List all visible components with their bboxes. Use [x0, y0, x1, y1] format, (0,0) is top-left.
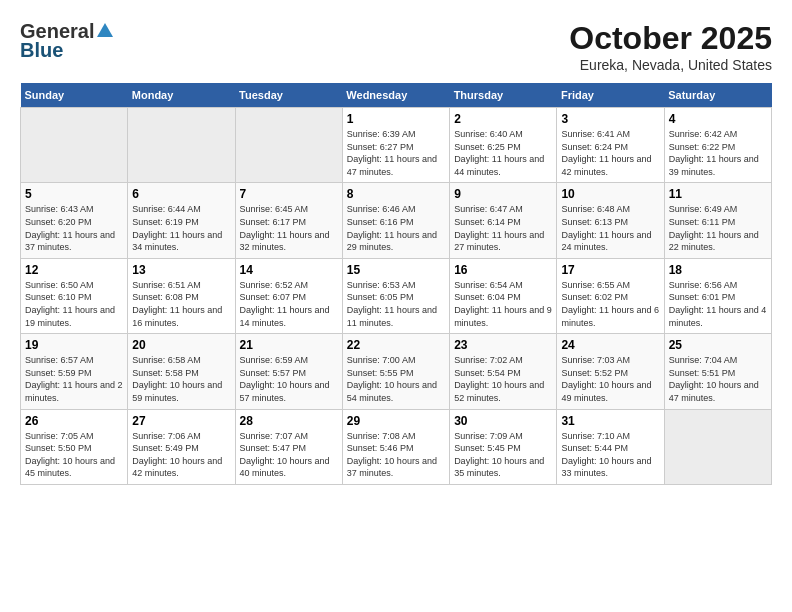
day-cell: 9Sunrise: 6:47 AMSunset: 6:14 PMDaylight…: [450, 183, 557, 258]
day-cell: 22Sunrise: 7:00 AMSunset: 5:55 PMDayligh…: [342, 334, 449, 409]
day-number: 7: [240, 187, 338, 201]
day-info: Sunrise: 6:55 AMSunset: 6:02 PMDaylight:…: [561, 279, 659, 329]
day-cell: 17Sunrise: 6:55 AMSunset: 6:02 PMDayligh…: [557, 258, 664, 333]
day-info: Sunrise: 6:52 AMSunset: 6:07 PMDaylight:…: [240, 279, 338, 329]
day-number: 17: [561, 263, 659, 277]
day-info: Sunrise: 7:03 AMSunset: 5:52 PMDaylight:…: [561, 354, 659, 404]
day-info: Sunrise: 6:49 AMSunset: 6:11 PMDaylight:…: [669, 203, 767, 253]
calendar-header-row: SundayMondayTuesdayWednesdayThursdayFrid…: [21, 83, 772, 108]
header-friday: Friday: [557, 83, 664, 108]
month-title: October 2025: [569, 20, 772, 57]
day-cell: 1Sunrise: 6:39 AMSunset: 6:27 PMDaylight…: [342, 108, 449, 183]
day-info: Sunrise: 7:10 AMSunset: 5:44 PMDaylight:…: [561, 430, 659, 480]
day-info: Sunrise: 6:44 AMSunset: 6:19 PMDaylight:…: [132, 203, 230, 253]
day-cell: 6Sunrise: 6:44 AMSunset: 6:19 PMDaylight…: [128, 183, 235, 258]
day-info: Sunrise: 7:04 AMSunset: 5:51 PMDaylight:…: [669, 354, 767, 404]
day-cell: 11Sunrise: 6:49 AMSunset: 6:11 PMDayligh…: [664, 183, 771, 258]
day-number: 6: [132, 187, 230, 201]
day-info: Sunrise: 6:46 AMSunset: 6:16 PMDaylight:…: [347, 203, 445, 253]
day-cell: 18Sunrise: 6:56 AMSunset: 6:01 PMDayligh…: [664, 258, 771, 333]
day-cell: 30Sunrise: 7:09 AMSunset: 5:45 PMDayligh…: [450, 409, 557, 484]
day-info: Sunrise: 7:09 AMSunset: 5:45 PMDaylight:…: [454, 430, 552, 480]
day-number: 13: [132, 263, 230, 277]
logo-triangle-icon: [97, 23, 113, 41]
day-cell: 25Sunrise: 7:04 AMSunset: 5:51 PMDayligh…: [664, 334, 771, 409]
day-number: 24: [561, 338, 659, 352]
day-info: Sunrise: 6:50 AMSunset: 6:10 PMDaylight:…: [25, 279, 123, 329]
week-row-2: 5Sunrise: 6:43 AMSunset: 6:20 PMDaylight…: [21, 183, 772, 258]
day-number: 11: [669, 187, 767, 201]
day-cell: 7Sunrise: 6:45 AMSunset: 6:17 PMDaylight…: [235, 183, 342, 258]
day-cell: [21, 108, 128, 183]
header-monday: Monday: [128, 83, 235, 108]
day-cell: 15Sunrise: 6:53 AMSunset: 6:05 PMDayligh…: [342, 258, 449, 333]
day-info: Sunrise: 6:54 AMSunset: 6:04 PMDaylight:…: [454, 279, 552, 329]
day-cell: 14Sunrise: 6:52 AMSunset: 6:07 PMDayligh…: [235, 258, 342, 333]
calendar-table: SundayMondayTuesdayWednesdayThursdayFrid…: [20, 83, 772, 485]
header-sunday: Sunday: [21, 83, 128, 108]
svg-marker-0: [97, 23, 113, 37]
day-info: Sunrise: 7:05 AMSunset: 5:50 PMDaylight:…: [25, 430, 123, 480]
day-cell: 3Sunrise: 6:41 AMSunset: 6:24 PMDaylight…: [557, 108, 664, 183]
title-section: October 2025 Eureka, Nevada, United Stat…: [569, 20, 772, 73]
day-number: 8: [347, 187, 445, 201]
day-number: 4: [669, 112, 767, 126]
day-info: Sunrise: 6:59 AMSunset: 5:57 PMDaylight:…: [240, 354, 338, 404]
day-info: Sunrise: 6:39 AMSunset: 6:27 PMDaylight:…: [347, 128, 445, 178]
day-number: 28: [240, 414, 338, 428]
day-number: 27: [132, 414, 230, 428]
day-info: Sunrise: 6:48 AMSunset: 6:13 PMDaylight:…: [561, 203, 659, 253]
day-info: Sunrise: 7:07 AMSunset: 5:47 PMDaylight:…: [240, 430, 338, 480]
day-cell: [664, 409, 771, 484]
day-number: 20: [132, 338, 230, 352]
location: Eureka, Nevada, United States: [569, 57, 772, 73]
day-number: 18: [669, 263, 767, 277]
day-info: Sunrise: 6:47 AMSunset: 6:14 PMDaylight:…: [454, 203, 552, 253]
day-number: 23: [454, 338, 552, 352]
day-number: 30: [454, 414, 552, 428]
logo-blue: Blue: [20, 39, 63, 62]
week-row-3: 12Sunrise: 6:50 AMSunset: 6:10 PMDayligh…: [21, 258, 772, 333]
week-row-4: 19Sunrise: 6:57 AMSunset: 5:59 PMDayligh…: [21, 334, 772, 409]
day-number: 29: [347, 414, 445, 428]
header-wednesday: Wednesday: [342, 83, 449, 108]
day-number: 5: [25, 187, 123, 201]
day-number: 12: [25, 263, 123, 277]
day-number: 15: [347, 263, 445, 277]
day-cell: 10Sunrise: 6:48 AMSunset: 6:13 PMDayligh…: [557, 183, 664, 258]
day-cell: 28Sunrise: 7:07 AMSunset: 5:47 PMDayligh…: [235, 409, 342, 484]
day-number: 10: [561, 187, 659, 201]
day-number: 31: [561, 414, 659, 428]
week-row-1: 1Sunrise: 6:39 AMSunset: 6:27 PMDaylight…: [21, 108, 772, 183]
day-cell: 27Sunrise: 7:06 AMSunset: 5:49 PMDayligh…: [128, 409, 235, 484]
day-info: Sunrise: 6:42 AMSunset: 6:22 PMDaylight:…: [669, 128, 767, 178]
day-cell: 21Sunrise: 6:59 AMSunset: 5:57 PMDayligh…: [235, 334, 342, 409]
day-cell: 16Sunrise: 6:54 AMSunset: 6:04 PMDayligh…: [450, 258, 557, 333]
page-header: General Blue October 2025 Eureka, Nevada…: [20, 20, 772, 73]
day-cell: 31Sunrise: 7:10 AMSunset: 5:44 PMDayligh…: [557, 409, 664, 484]
day-number: 19: [25, 338, 123, 352]
day-cell: 4Sunrise: 6:42 AMSunset: 6:22 PMDaylight…: [664, 108, 771, 183]
day-cell: 12Sunrise: 6:50 AMSunset: 6:10 PMDayligh…: [21, 258, 128, 333]
day-cell: 26Sunrise: 7:05 AMSunset: 5:50 PMDayligh…: [21, 409, 128, 484]
day-info: Sunrise: 7:02 AMSunset: 5:54 PMDaylight:…: [454, 354, 552, 404]
day-cell: 8Sunrise: 6:46 AMSunset: 6:16 PMDaylight…: [342, 183, 449, 258]
day-info: Sunrise: 7:08 AMSunset: 5:46 PMDaylight:…: [347, 430, 445, 480]
day-cell: 24Sunrise: 7:03 AMSunset: 5:52 PMDayligh…: [557, 334, 664, 409]
day-info: Sunrise: 6:58 AMSunset: 5:58 PMDaylight:…: [132, 354, 230, 404]
header-tuesday: Tuesday: [235, 83, 342, 108]
day-number: 1: [347, 112, 445, 126]
day-cell: 29Sunrise: 7:08 AMSunset: 5:46 PMDayligh…: [342, 409, 449, 484]
header-thursday: Thursday: [450, 83, 557, 108]
logo: General Blue: [20, 20, 113, 62]
week-row-5: 26Sunrise: 7:05 AMSunset: 5:50 PMDayligh…: [21, 409, 772, 484]
day-cell: [235, 108, 342, 183]
day-info: Sunrise: 6:43 AMSunset: 6:20 PMDaylight:…: [25, 203, 123, 253]
day-number: 2: [454, 112, 552, 126]
day-number: 3: [561, 112, 659, 126]
day-number: 22: [347, 338, 445, 352]
day-info: Sunrise: 6:56 AMSunset: 6:01 PMDaylight:…: [669, 279, 767, 329]
day-info: Sunrise: 7:00 AMSunset: 5:55 PMDaylight:…: [347, 354, 445, 404]
day-cell: 2Sunrise: 6:40 AMSunset: 6:25 PMDaylight…: [450, 108, 557, 183]
day-number: 26: [25, 414, 123, 428]
